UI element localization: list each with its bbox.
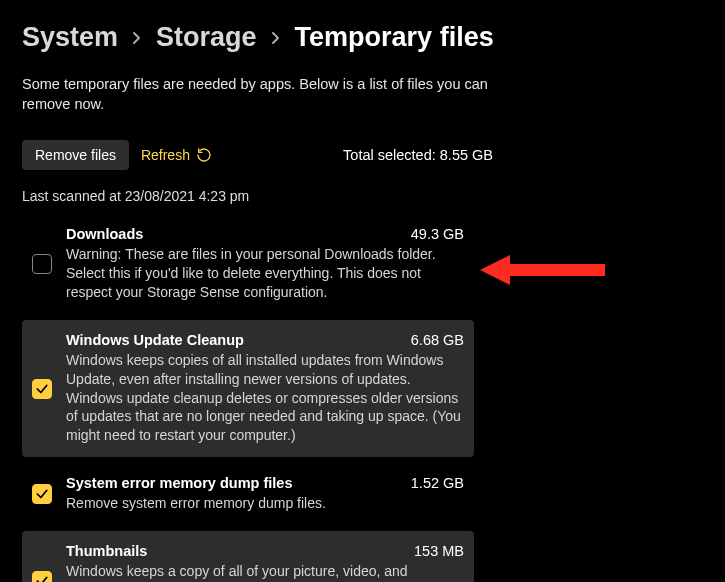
refresh-button[interactable]: Refresh	[141, 147, 212, 163]
breadcrumb-system[interactable]: System	[22, 22, 118, 53]
refresh-label: Refresh	[141, 147, 190, 163]
item-title: Downloads	[66, 226, 143, 242]
remove-files-button[interactable]: Remove files	[22, 140, 129, 170]
chevron-right-icon	[132, 31, 142, 45]
item-description: Remove system error memory dump files.	[66, 494, 464, 513]
item-title: Thumbnails	[66, 543, 147, 559]
item-header: Downloads49.3 GB	[66, 226, 464, 242]
checkbox[interactable]	[32, 484, 52, 504]
item-size: 49.3 GB	[411, 226, 464, 242]
item-description: Windows keeps a copy of all of your pict…	[66, 562, 464, 582]
item-body: Thumbnails153 MBWindows keeps a copy of …	[66, 543, 464, 582]
item-size: 6.68 GB	[411, 332, 464, 348]
checkbox[interactable]	[32, 254, 52, 274]
action-row: Remove files Refresh Total selected: 8.5…	[22, 140, 703, 170]
item-header: System error memory dump files1.52 GB	[66, 475, 464, 491]
item-body: Downloads49.3 GBWarning: These are files…	[66, 226, 464, 302]
breadcrumb-storage[interactable]: Storage	[156, 22, 257, 53]
item-body: Windows Update Cleanup6.68 GBWindows kee…	[66, 332, 464, 445]
item-body: System error memory dump files1.52 GBRem…	[66, 475, 464, 513]
item-size: 1.52 GB	[411, 475, 464, 491]
breadcrumb: System Storage Temporary files	[22, 22, 703, 53]
list-item[interactable]: Downloads49.3 GBWarning: These are files…	[22, 214, 474, 314]
total-selected: Total selected: 8.55 GB	[343, 147, 703, 163]
page-subtitle: Some temporary files are needed by apps.…	[22, 75, 522, 114]
last-scanned: Last scanned at 23/08/2021 4:23 pm	[22, 188, 703, 204]
item-header: Thumbnails153 MB	[66, 543, 464, 559]
list-item[interactable]: System error memory dump files1.52 GBRem…	[22, 463, 474, 525]
item-size: 153 MB	[414, 543, 464, 559]
checkbox[interactable]	[32, 571, 52, 582]
temp-files-list: Downloads49.3 GBWarning: These are files…	[22, 214, 703, 582]
chevron-right-icon	[271, 31, 281, 45]
checkbox[interactable]	[32, 379, 52, 399]
item-header: Windows Update Cleanup6.68 GB	[66, 332, 464, 348]
page-title: Temporary files	[295, 22, 494, 53]
item-description: Warning: These are files in your persona…	[66, 245, 464, 302]
item-title: System error memory dump files	[66, 475, 292, 491]
item-title: Windows Update Cleanup	[66, 332, 244, 348]
list-item[interactable]: Thumbnails153 MBWindows keeps a copy of …	[22, 531, 474, 582]
refresh-icon	[196, 147, 212, 163]
item-description: Windows keeps copies of all installed up…	[66, 351, 464, 445]
list-item[interactable]: Windows Update Cleanup6.68 GBWindows kee…	[22, 320, 474, 457]
